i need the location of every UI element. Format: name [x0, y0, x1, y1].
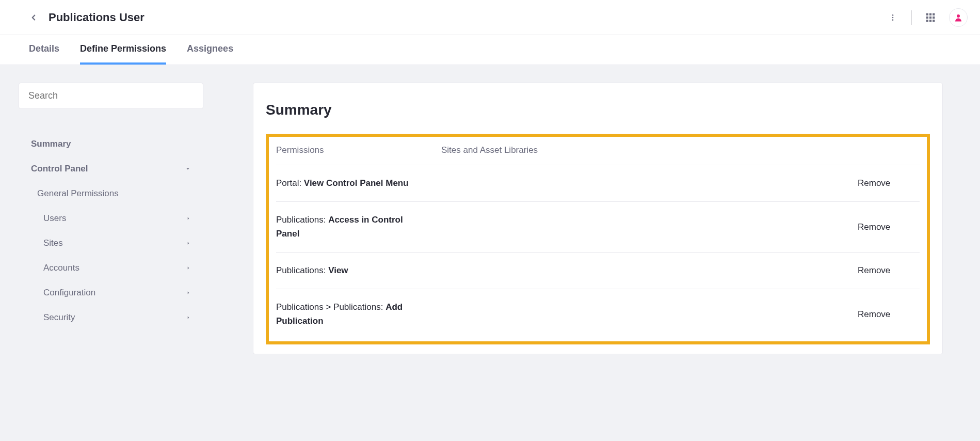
table-row: Portal: View Control Panel Menu Remove: [276, 165, 920, 202]
sidebar-item-security[interactable]: Security: [31, 305, 203, 330]
search-input[interactable]: [28, 90, 194, 101]
sidebar-item-label: Security: [43, 312, 75, 323]
permission-prefix: Publications > Publications:: [276, 302, 385, 312]
top-bar-right: [885, 8, 968, 27]
permission-cell: Publications: View: [276, 264, 441, 277]
sidebar-item-accounts[interactable]: Accounts: [31, 256, 203, 280]
divider: [911, 10, 912, 25]
remove-link[interactable]: Remove: [858, 222, 920, 232]
page-title: Publications User: [49, 11, 144, 24]
sidebar-item-label: Configuration: [43, 288, 95, 298]
svg-point-0: [892, 14, 894, 16]
permission-name: View Control Panel Menu: [304, 178, 409, 188]
main-panel: Summary Permissions Sites and Asset Libr…: [222, 83, 980, 441]
user-icon: [954, 13, 963, 22]
top-bar: Publications User: [0, 0, 980, 35]
sidebar-control-panel-label: Control Panel: [31, 164, 88, 174]
svg-rect-5: [933, 13, 935, 15]
sidebar-summary[interactable]: Summary: [19, 132, 203, 156]
summary-table-header: Permissions Sites and Asset Libraries: [276, 137, 920, 165]
permission-cell: Publications: Access in Control Panel: [276, 213, 441, 241]
tab-details[interactable]: Details: [29, 35, 59, 65]
kebab-icon: [889, 13, 897, 22]
caret-right-icon: [186, 315, 191, 320]
sidebar-summary-label: Summary: [31, 139, 71, 149]
header-remove: [858, 145, 920, 155]
sidebar-subgroup: Users Sites Accounts Configuration Secur…: [25, 206, 203, 330]
remove-link[interactable]: Remove: [858, 309, 920, 320]
summary-title: Summary: [266, 102, 930, 118]
svg-rect-8: [933, 16, 935, 18]
sidebar-general-permissions-label: General Permissions: [37, 188, 119, 199]
svg-point-2: [892, 19, 894, 21]
sidebar-item-sites[interactable]: Sites: [31, 231, 203, 256]
sidebar-item-users[interactable]: Users: [31, 206, 203, 231]
top-bar-left: Publications User: [29, 11, 144, 24]
permission-prefix: Portal:: [276, 178, 304, 188]
caret-right-icon: [186, 290, 191, 295]
sidebar-control-panel-children: General Permissions Users Sites Accounts…: [19, 181, 203, 330]
permission-cell: Portal: View Control Panel Menu: [276, 177, 441, 190]
svg-rect-6: [926, 16, 928, 18]
caret-right-icon: [186, 241, 191, 246]
caret-right-icon: [186, 265, 191, 271]
svg-rect-9: [926, 20, 928, 22]
summary-card: Summary Permissions Sites and Asset Libr…: [253, 83, 943, 354]
summary-highlight: Permissions Sites and Asset Libraries Po…: [266, 134, 930, 344]
content-area: Summary Control Panel General Permission…: [0, 65, 980, 441]
permission-prefix: Publications:: [276, 265, 328, 275]
caret-right-icon: [186, 216, 191, 221]
sidebar-general-permissions[interactable]: General Permissions: [25, 181, 203, 206]
svg-rect-4: [929, 13, 931, 15]
svg-rect-11: [933, 20, 935, 22]
sidebar: Summary Control Panel General Permission…: [0, 83, 222, 441]
back-button[interactable]: [29, 13, 38, 22]
svg-rect-10: [929, 20, 931, 22]
permission-cell: Publications > Publications: Add Publica…: [276, 301, 441, 328]
svg-point-1: [892, 17, 894, 18]
caret-down-icon: [185, 166, 191, 172]
sidebar-item-label: Sites: [43, 238, 63, 248]
apps-menu-button[interactable]: [922, 9, 939, 26]
kebab-menu-button[interactable]: [885, 9, 901, 26]
permission-name: View: [328, 265, 348, 275]
tab-define-permissions[interactable]: Define Permissions: [80, 35, 166, 65]
grid-icon: [925, 12, 936, 23]
svg-point-12: [957, 14, 960, 18]
table-row: Publications: View Remove: [276, 253, 920, 289]
tab-assignees[interactable]: Assignees: [187, 35, 233, 65]
user-avatar[interactable]: [949, 8, 968, 27]
search-box[interactable]: [19, 83, 203, 109]
sidebar-item-label: Accounts: [43, 263, 79, 273]
svg-rect-3: [926, 13, 928, 15]
sidebar-item-configuration[interactable]: Configuration: [31, 280, 203, 305]
permission-prefix: Publications:: [276, 215, 328, 225]
header-sites: Sites and Asset Libraries: [441, 145, 858, 155]
remove-link[interactable]: Remove: [858, 178, 920, 188]
chevron-left-icon: [29, 13, 38, 22]
remove-link[interactable]: Remove: [858, 265, 920, 276]
sidebar-item-label: Users: [43, 213, 66, 224]
svg-rect-7: [929, 16, 931, 18]
header-permissions: Permissions: [276, 145, 441, 155]
table-row: Publications > Publications: Add Publica…: [276, 289, 920, 339]
tabs-bar: Details Define Permissions Assignees: [0, 35, 980, 65]
table-row: Publications: Access in Control Panel Re…: [276, 202, 920, 253]
sidebar-control-panel[interactable]: Control Panel: [19, 156, 203, 181]
